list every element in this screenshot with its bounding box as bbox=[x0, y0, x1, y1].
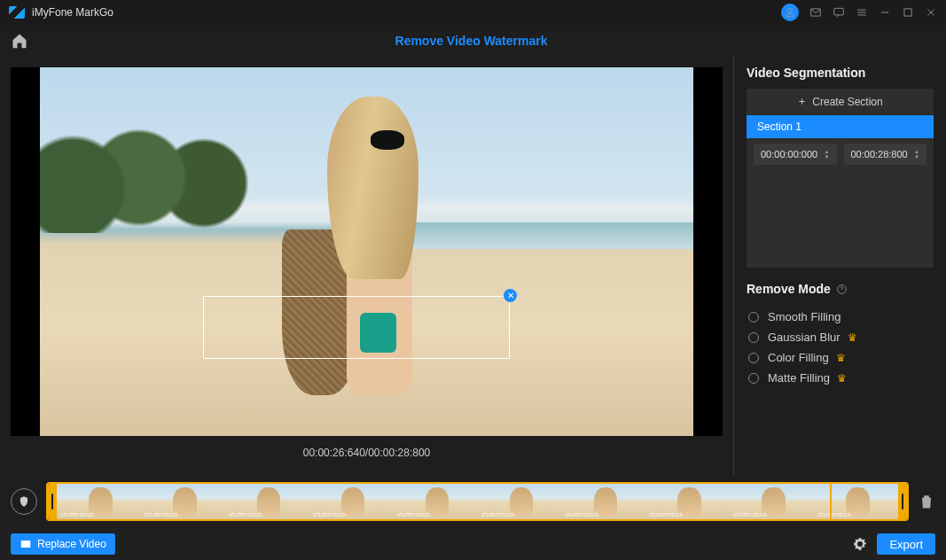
mask-tool-button[interactable] bbox=[11, 488, 37, 515]
option-label: Matte Filling bbox=[768, 371, 830, 385]
titlebar: iMyFone MarkGo bbox=[0, 0, 946, 25]
section-start-input[interactable]: 00:00:00:000 ▲▼ bbox=[754, 144, 837, 165]
timeline-frame[interactable]: shutterstock bbox=[478, 484, 562, 519]
remove-mode-option-matte[interactable]: Matte Filling ♛ bbox=[748, 371, 934, 385]
timeline-frame[interactable]: shutterstock bbox=[561, 484, 645, 519]
remove-mode-option-color[interactable]: Color Filling ♛ bbox=[748, 351, 934, 364]
settings-button[interactable] bbox=[852, 536, 868, 552]
option-label: Gaussian Blur bbox=[768, 331, 840, 344]
playhead[interactable] bbox=[830, 482, 832, 521]
total-time: 00:00:28:800 bbox=[368, 447, 430, 459]
window-controls bbox=[781, 4, 937, 21]
timeline-frame[interactable]: shutterstock bbox=[814, 484, 898, 519]
timeline-frame[interactable]: shutterstock bbox=[141, 484, 225, 519]
timeline-frames[interactable]: shutterstockshutterstockshutterstockshut… bbox=[57, 484, 898, 519]
account-avatar-icon[interactable] bbox=[781, 4, 799, 21]
premium-icon: ♛ bbox=[848, 331, 857, 344]
subheader: Remove Video Watermark bbox=[0, 25, 946, 57]
video-frame: ✕ bbox=[40, 67, 692, 436]
video-preview[interactable]: ✕ bbox=[11, 67, 723, 436]
replace-video-label: Replace Video bbox=[37, 538, 106, 550]
remove-mode-options: Smooth Filling Gaussian Blur ♛ Color Fil… bbox=[747, 310, 934, 385]
section-end-input[interactable]: 00:00:28:800 ▲▼ bbox=[844, 144, 927, 165]
page-title: Remove Video Watermark bbox=[28, 34, 914, 48]
minimize-icon[interactable] bbox=[879, 6, 891, 19]
help-icon[interactable] bbox=[836, 284, 848, 295]
timeline-frame[interactable]: shutterstock bbox=[394, 484, 478, 519]
close-icon[interactable] bbox=[925, 6, 937, 19]
app-logo-icon bbox=[9, 6, 25, 19]
segmentation-panel: Create Section Section 1 00:00:00:000 ▲▼… bbox=[747, 89, 934, 268]
export-button[interactable]: Export bbox=[877, 533, 935, 555]
mail-icon[interactable] bbox=[809, 6, 822, 19]
timeline-right-handle[interactable] bbox=[898, 484, 907, 519]
replace-video-button[interactable]: Replace Video bbox=[11, 533, 115, 555]
timeline-left-handle[interactable] bbox=[48, 484, 57, 519]
bottom-bar: Replace Video Export bbox=[0, 528, 946, 560]
section-start-value: 00:00:00:000 bbox=[761, 149, 817, 159]
option-label: Color Filling bbox=[768, 351, 829, 364]
timeline-strip[interactable]: shutterstockshutterstockshutterstockshut… bbox=[46, 482, 909, 521]
timecode-display: 00:00:26:640/00:00:28:800 bbox=[11, 443, 723, 464]
create-section-button[interactable]: Create Section bbox=[747, 89, 934, 115]
maximize-icon[interactable] bbox=[902, 6, 914, 19]
create-section-label: Create Section bbox=[812, 96, 882, 108]
section-time-row: 00:00:00:000 ▲▼ 00:00:28:800 ▲▼ bbox=[747, 138, 934, 170]
timeline-frame[interactable]: shutterstock bbox=[730, 484, 814, 519]
option-label: Smooth Filling bbox=[768, 310, 840, 323]
svg-rect-1 bbox=[834, 8, 844, 15]
remove-mode-option-gaussian[interactable]: Gaussian Blur ♛ bbox=[748, 331, 934, 344]
segmentation-title: Video Segmentation bbox=[747, 66, 934, 80]
feedback-icon[interactable] bbox=[833, 6, 845, 19]
preview-panel: ✕ 00:00:26:640/00:00:28:800 bbox=[0, 57, 733, 475]
home-icon[interactable] bbox=[11, 32, 28, 50]
main-area: ✕ 00:00:26:640/00:00:28:800 Video Segmen… bbox=[0, 57, 946, 475]
sidebar: Video Segmentation Create Section Sectio… bbox=[733, 57, 946, 475]
menu-icon[interactable] bbox=[856, 6, 868, 19]
section-item[interactable]: Section 1 bbox=[747, 115, 934, 138]
export-label: Export bbox=[889, 538, 923, 551]
delete-button[interactable] bbox=[918, 493, 935, 510]
remove-mode-title-row: Remove Mode bbox=[747, 282, 934, 296]
timeline-area: shutterstockshutterstockshutterstockshut… bbox=[0, 475, 946, 528]
timeline-frame[interactable]: shutterstock bbox=[57, 484, 141, 519]
timeline-frame[interactable]: shutterstock bbox=[645, 484, 730, 519]
timeline-frame[interactable]: shutterstock bbox=[309, 484, 394, 519]
watermark-selection-box[interactable]: ✕ bbox=[203, 296, 510, 359]
current-time: 00:00:26:640 bbox=[303, 447, 365, 459]
app-title: iMyFone MarkGo bbox=[32, 6, 774, 19]
premium-icon: ♛ bbox=[837, 372, 847, 385]
svg-rect-0 bbox=[811, 9, 821, 16]
remove-mode-title: Remove Mode bbox=[747, 282, 831, 296]
premium-icon: ♛ bbox=[836, 352, 846, 364]
timeline-frame[interactable]: shutterstock bbox=[225, 484, 309, 519]
section-name: Section 1 bbox=[757, 121, 801, 133]
section-end-value: 00:00:28:800 bbox=[851, 149, 908, 159]
svg-rect-2 bbox=[904, 9, 911, 16]
remove-mode-option-smooth[interactable]: Smooth Filling bbox=[748, 310, 934, 323]
